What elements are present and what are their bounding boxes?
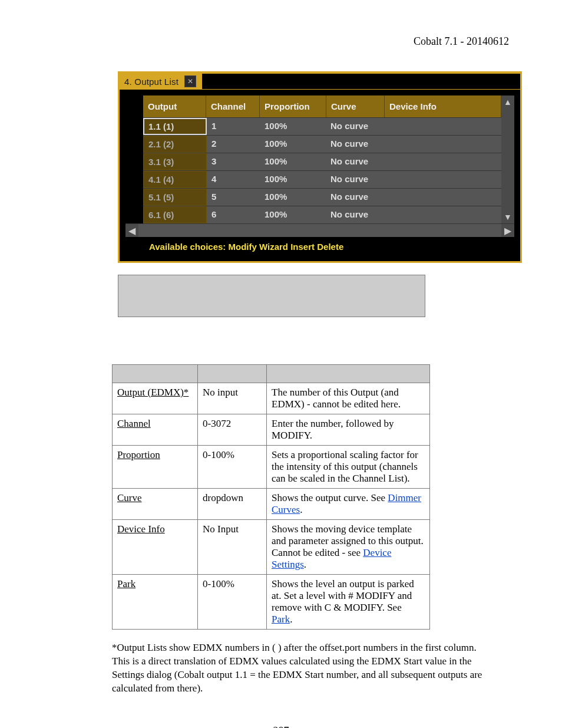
desc-field-name: Park [113, 575, 198, 630]
cell-output[interactable]: 4.1 (4) [143, 171, 207, 188]
grid-header: Output Channel Proportion Curve Device I… [143, 95, 501, 117]
window-titlebar: 4. Output List ✕ [120, 73, 520, 90]
doc-link[interactable]: Device Settings [272, 547, 391, 570]
desc-field-text: Sets a proportional scaling factor for t… [267, 446, 430, 489]
cell-proportion[interactable]: 100% [260, 136, 326, 153]
desc-row: Channel0-3072Enter the number, followed … [113, 414, 430, 446]
desc-field-input: No input [198, 383, 267, 414]
cell-proportion[interactable]: 100% [260, 206, 326, 223]
cell-device[interactable] [384, 136, 501, 153]
cell-curve[interactable]: No curve [326, 206, 384, 223]
cell-proportion[interactable]: 100% [260, 153, 326, 170]
col-header-channel[interactable]: Channel [206, 95, 260, 117]
cell-channel[interactable]: 3 [207, 153, 260, 170]
desc-field-text: The number of this Output (and EDMX) - c… [267, 383, 430, 414]
placeholder-region [118, 275, 425, 317]
table-row[interactable]: 3.1 (3)3100%No curve [143, 153, 501, 170]
cell-device[interactable] [384, 189, 501, 206]
desc-field-name: Proportion [113, 446, 198, 489]
cell-output[interactable]: 2.1 (2) [143, 136, 207, 153]
page-number: 287 [47, 725, 515, 728]
cell-curve[interactable]: No curve [326, 189, 384, 206]
desc-field-name: Curve [113, 489, 198, 520]
doc-link[interactable]: Park [272, 614, 290, 625]
table-row[interactable]: 1.1 (1)1100%No curve [143, 117, 501, 135]
desc-field-name: Device Info [113, 520, 198, 575]
cell-device[interactable] [384, 118, 501, 135]
available-choices: Available choices: Modify Wizard Insert … [125, 237, 514, 258]
table-row[interactable]: 4.1 (4)4100%No curve [143, 170, 501, 188]
output-list-window: 4. Output List ✕ Output Channel Proporti… [118, 71, 522, 263]
row-gutter [125, 95, 143, 223]
cell-curve[interactable]: No curve [326, 136, 384, 153]
desc-row: Proportion0-100%Sets a proportional scal… [113, 446, 430, 489]
table-row[interactable]: 2.1 (2)2100%No curve [143, 135, 501, 153]
cell-output[interactable]: 5.1 (5) [143, 189, 207, 206]
table-row[interactable]: 6.1 (6)6100%No curve [143, 206, 501, 223]
cell-curve[interactable]: No curve [326, 171, 384, 188]
desc-field-text: Enter the number, followed by MODIFY. [267, 414, 430, 446]
cell-proportion[interactable]: 100% [260, 189, 326, 206]
cell-output[interactable]: 3.1 (3) [143, 153, 207, 170]
desc-field-input: dropdown [198, 489, 267, 520]
cell-curve[interactable]: No curve [326, 153, 384, 170]
desc-field-name: Output (EDMX)* [113, 383, 198, 414]
cell-curve[interactable]: No curve [326, 118, 384, 135]
cell-channel[interactable]: 4 [207, 171, 260, 188]
col-header-output[interactable]: Output [143, 95, 206, 117]
cell-channel[interactable]: 5 [207, 189, 260, 206]
col-header-curve[interactable]: Curve [326, 95, 385, 117]
cell-channel[interactable]: 1 [207, 118, 260, 135]
footnote: *Output Lists show EDMX numbers in ( ) a… [112, 641, 491, 696]
desc-field-text: Shows the output curve. See Dimmer Curve… [267, 489, 430, 520]
field-description-table: Output (EDMX)*No inputThe number of this… [112, 364, 430, 630]
desc-field-input: 0-100% [198, 446, 267, 489]
scroll-right-icon[interactable]: ▶ [501, 224, 514, 237]
cell-device[interactable] [384, 171, 501, 188]
scroll-down-icon[interactable]: ▼ [504, 210, 512, 223]
cell-channel[interactable]: 6 [207, 206, 260, 223]
scroll-up-icon[interactable]: ▲ [504, 95, 512, 108]
cell-device[interactable] [384, 206, 501, 223]
cell-output[interactable]: 6.1 (6) [143, 206, 207, 223]
desc-row: CurvedropdownShows the output curve. See… [113, 489, 430, 520]
col-header-device[interactable]: Device Info [385, 95, 501, 117]
close-icon[interactable]: ✕ [184, 75, 196, 87]
output-grid: Output Channel Proportion Curve Device I… [143, 95, 501, 223]
col-header-proportion[interactable]: Proportion [260, 95, 326, 117]
vertical-scrollbar[interactable]: ▲ ▼ [501, 95, 514, 223]
cell-proportion[interactable]: 100% [260, 171, 326, 188]
window-title: 4. Output List [124, 77, 178, 87]
desc-row: Output (EDMX)*No inputThe number of this… [113, 383, 430, 414]
desc-field-name: Channel [113, 414, 198, 446]
doc-link[interactable]: Dimmer Curves [272, 492, 421, 515]
cell-output[interactable]: 1.1 (1) [143, 118, 207, 135]
desc-field-input: 0-100% [198, 575, 267, 630]
desc-row: Device InfoNo InputShows the moving devi… [113, 520, 430, 575]
desc-field-input: 0-3072 [198, 414, 267, 446]
desc-field-text: Shows the level an output is parked at. … [267, 575, 430, 630]
doc-version: Cobalt 7.1 - 20140612 [47, 35, 509, 48]
desc-field-input: No Input [198, 520, 267, 575]
cell-channel[interactable]: 2 [207, 136, 260, 153]
cell-device[interactable] [384, 153, 501, 170]
desc-row: Park0-100%Shows the level an output is p… [113, 575, 430, 630]
titlebar-fill [202, 74, 520, 89]
table-row[interactable]: 5.1 (5)5100%No curve [143, 188, 501, 206]
horizontal-scrollbar[interactable]: ◀ ▶ [125, 223, 514, 237]
cell-proportion[interactable]: 100% [260, 118, 326, 135]
desc-field-text: Shows the moving device template and par… [267, 520, 430, 575]
scroll-left-icon[interactable]: ◀ [125, 224, 138, 237]
